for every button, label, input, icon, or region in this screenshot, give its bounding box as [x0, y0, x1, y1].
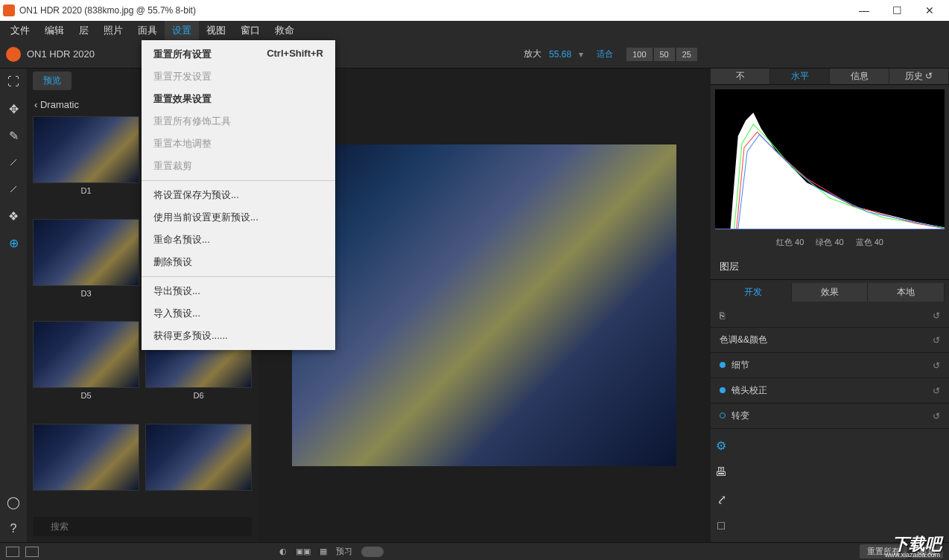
panel-row-3[interactable]: 镜头校正↺: [711, 378, 949, 404]
menu-item-6[interactable]: 视图: [199, 21, 233, 40]
histogram-green-label: 绿色 40: [816, 237, 843, 248]
menu-item-0[interactable]: 文件: [3, 21, 37, 40]
zoom-label: 放大: [524, 48, 542, 60]
preset-thumbnail[interactable]: [33, 321, 139, 388]
zoom-tool-icon[interactable]: ⊕: [6, 235, 21, 250]
bullet-icon: [720, 387, 726, 393]
menu-item-2[interactable]: 层: [72, 21, 96, 40]
compare-icon[interactable]: ▣▣: [296, 547, 311, 556]
preset-item-7[interactable]: [145, 424, 252, 512]
dropdown-item-1: 重置开发设置: [142, 66, 335, 88]
menu-item-3[interactable]: 照片: [96, 21, 130, 40]
panel-row-4[interactable]: 转变↺: [711, 404, 949, 429]
dropdown-item-0[interactable]: 重置所有设置Ctrl+Shift+R: [142, 43, 335, 66]
zoom-dropdown-icon[interactable]: ▾: [579, 49, 583, 60]
zoom-fit-button[interactable]: 适合: [591, 46, 619, 62]
dropdown-item-13[interactable]: 导入预设...: [142, 302, 335, 325]
dropdown-item-8[interactable]: 使用当前设置更新预设...: [142, 206, 335, 229]
reset-row-icon[interactable]: ↺: [933, 360, 940, 371]
right-tab-1[interactable]: 水平: [770, 69, 830, 84]
preset-thumbnail[interactable]: [33, 219, 139, 286]
right-tab-3[interactable]: 历史 ↺: [889, 69, 949, 84]
preset-thumbnail[interactable]: [33, 424, 139, 491]
menu-item-5[interactable]: 设置: [165, 21, 199, 40]
preview-switch[interactable]: [361, 547, 384, 557]
dropdown-item-14[interactable]: 获得更多预设......: [142, 325, 335, 347]
sub-tab-2[interactable]: 本地: [868, 283, 945, 302]
share-icon[interactable]: ⤤: [714, 491, 729, 506]
dropdown-item-7[interactable]: 将设置保存为预设...: [142, 184, 335, 206]
dropdown-item-5: 重置裁剪: [142, 155, 335, 177]
reset-row-icon[interactable]: ↺: [933, 411, 940, 421]
preset-thumbnail[interactable]: [33, 116, 139, 183]
crop-tool-icon[interactable]: ⛶: [6, 74, 21, 89]
preset-item-6[interactable]: [33, 424, 139, 512]
preset-item-D5[interactable]: D5: [33, 321, 139, 418]
preset-tab-preview[interactable]: 预览: [33, 71, 72, 90]
zoom-level-100[interactable]: 100: [626, 48, 652, 61]
canvas-image[interactable]: [292, 144, 677, 466]
right-tab-2[interactable]: 信息: [830, 69, 889, 84]
preset-item-D3[interactable]: D3: [33, 219, 139, 316]
heal-tool-icon[interactable]: ⟋: [6, 155, 21, 170]
settings-dropdown: 重置所有设置Ctrl+Shift+R重置开发设置重置效果设置重置所有修饰工具重置…: [142, 40, 335, 350]
zoom-level-50[interactable]: 50: [654, 48, 675, 61]
bullet-icon: [720, 413, 726, 419]
close-button[interactable]: ✕: [913, 0, 946, 21]
effects-tool-icon[interactable]: ❖: [6, 209, 21, 223]
dropdown-item-12[interactable]: 导出预设...: [142, 280, 335, 302]
zoom-level-25[interactable]: 25: [676, 48, 697, 61]
panel-row-2[interactable]: 细节↺: [711, 353, 949, 378]
dropdown-separator: [142, 276, 335, 277]
reset-row-icon[interactable]: ↺: [933, 335, 940, 346]
print-icon[interactable]: 🖶: [714, 465, 729, 480]
help-icon[interactable]: ?: [6, 521, 21, 536]
mask-icon[interactable]: ▦: [320, 547, 327, 556]
menu-item-1[interactable]: 编辑: [37, 21, 72, 40]
view-mode-2-icon[interactable]: [25, 547, 39, 557]
panel-row-0[interactable]: ⎘↺: [711, 305, 949, 328]
preset-label: D5: [33, 391, 139, 400]
panel-row-1[interactable]: 色调&&颜色↺: [711, 328, 949, 353]
preset-label: D3: [33, 289, 139, 298]
preset-search-input[interactable]: [33, 517, 252, 536]
toolbar-app-name: ON1 HDR 2020: [27, 48, 95, 60]
move-tool-icon[interactable]: ✥: [6, 101, 21, 116]
layers-header: 图层: [711, 254, 949, 280]
zoom-value[interactable]: 55.68: [549, 49, 571, 60]
watermark-url: www.xiazaiba.com: [885, 551, 940, 559]
user-icon[interactable]: ◯: [6, 494, 21, 509]
right-tab-0[interactable]: 不: [711, 69, 770, 84]
dropdown-item-9[interactable]: 重命名预设...: [142, 229, 335, 251]
reset-row-icon[interactable]: ↺: [933, 386, 940, 396]
sub-tab-0[interactable]: 开发: [715, 283, 792, 302]
preview-toggle[interactable]: 预习: [336, 546, 352, 557]
menu-item-8[interactable]: 救命: [267, 21, 302, 40]
preset-thumbnail[interactable]: [145, 424, 252, 491]
preset-label: D1: [33, 186, 139, 195]
left-toolbar: ⛶ ✥ ✎ ⟋ ⟋ ❖ ⊕ ◯ ?: [0, 69, 27, 542]
preset-label: D6: [145, 391, 252, 400]
minimize-button[interactable]: —: [848, 0, 880, 21]
export-icon[interactable]: □: [714, 518, 729, 533]
brush-tool-icon[interactable]: ✎: [6, 128, 21, 143]
softproof-icon[interactable]: ◐: [279, 547, 287, 556]
dropdown-separator: [142, 180, 335, 181]
maximize-button[interactable]: ☐: [880, 0, 913, 21]
clone-tool-icon[interactable]: ⟋: [6, 182, 21, 197]
right-panel: 不水平信息历史 ↺ 红色 40 绿色 40 蓝色 40 图层 开发效果本地 ⎘↺…: [711, 69, 949, 542]
settings-icon[interactable]: ⚙: [714, 438, 729, 453]
menubar: 文件编辑层照片面具设置视图窗口救命: [0, 21, 949, 40]
menu-item-7[interactable]: 窗口: [233, 21, 267, 40]
reset-row-icon[interactable]: ↺: [933, 311, 940, 321]
view-mode-1-icon[interactable]: [6, 547, 19, 557]
app-logo-icon: [6, 47, 21, 62]
menu-item-4[interactable]: 面具: [130, 21, 165, 40]
app-icon: [3, 4, 15, 16]
histogram-blue-label: 蓝色 40: [856, 237, 883, 248]
dropdown-item-10[interactable]: 删除预设: [142, 251, 335, 273]
histogram: [715, 89, 945, 229]
sub-tab-1[interactable]: 效果: [792, 283, 869, 302]
preset-item-D1[interactable]: D1: [33, 116, 139, 213]
dropdown-item-2[interactable]: 重置效果设置: [142, 88, 335, 110]
